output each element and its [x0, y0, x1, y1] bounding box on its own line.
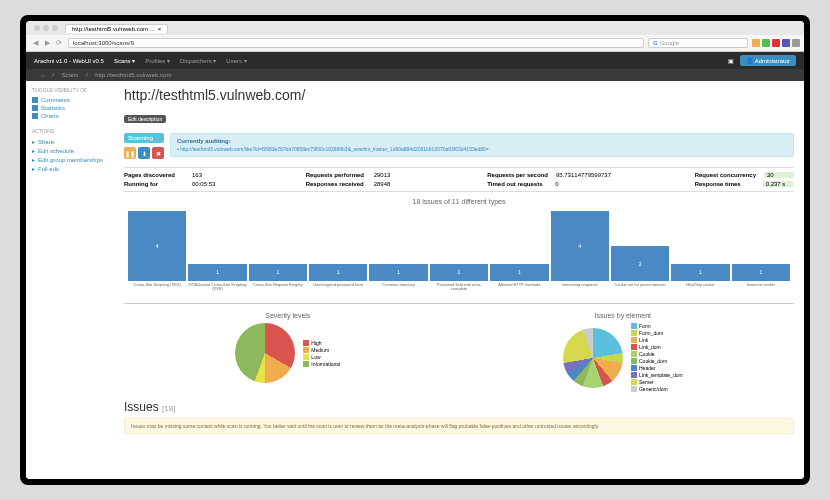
menu-icon[interactable]	[792, 39, 800, 47]
nav-users[interactable]: Users ▾	[226, 57, 246, 64]
bar-label: HttpOnly cookie	[686, 283, 714, 303]
legend-item[interactable]: High	[303, 340, 340, 346]
bar[interactable]: 1	[430, 264, 488, 282]
ext-icon[interactable]	[772, 39, 780, 47]
action-share[interactable]: ▸ Share	[32, 137, 108, 146]
sidebar: TOGGLE VISIBILITY OF Comments Statistics…	[26, 81, 114, 479]
reload-button[interactable]: ⟳	[54, 38, 64, 48]
bar[interactable]: 4	[128, 211, 186, 281]
bar-label: Interesting response	[562, 283, 598, 303]
bar[interactable]: 1	[732, 264, 790, 282]
element-pie	[563, 328, 623, 388]
stats-table: Pages discovered163 Running for00:05:53 …	[124, 167, 794, 192]
bar[interactable]: 1	[249, 264, 307, 282]
toggle-charts[interactable]: Charts	[32, 112, 108, 120]
forward-button[interactable]: ▶	[42, 38, 52, 48]
legend-item[interactable]: Low	[303, 354, 340, 360]
element-legend: FormForm_domLinkLink_domCookieCookie_dom…	[631, 323, 683, 392]
breadcrumb: ⌂ / Scans / http://testhtml5.vulnweb.com	[26, 69, 804, 81]
issues-heading: Issues [18]	[124, 400, 794, 414]
download-button[interactable]: ⬇	[138, 147, 150, 159]
bar-label: Cross-Site Request Forgery	[253, 283, 303, 303]
nav-dispatchers[interactable]: Dispatchers ▾	[180, 57, 216, 64]
bar-label: Unencrypted password form	[313, 283, 363, 303]
window-controls[interactable]	[30, 25, 62, 31]
bar-label: Allowed HTTP methods	[498, 283, 540, 303]
close-icon[interactable]: ×	[158, 26, 162, 32]
legend-item[interactable]: Header	[631, 365, 683, 371]
toggle-title: TOGGLE VISIBILITY OF	[32, 87, 108, 93]
nav-scans[interactable]: Scans ▾	[114, 57, 135, 64]
element-pie-title: Issues by element	[563, 312, 683, 319]
legend-item[interactable]: Link_dom	[631, 344, 683, 350]
issues-warning: Issues may be missing some context while…	[124, 418, 794, 434]
actions-title: ACTIONS	[32, 128, 108, 134]
breadcrumb-scans[interactable]: Scans	[62, 72, 79, 78]
bar[interactable]: 1	[490, 264, 548, 282]
scanning-badge: Scanning	[124, 133, 164, 143]
bar[interactable]: 1	[671, 264, 729, 282]
action-edit-groups[interactable]: ▸ Edit group memberships	[32, 155, 108, 164]
bar-chart-title: 18 issues of 11 different types	[124, 198, 794, 205]
severity-legend: HighMediumLowInformational	[303, 340, 340, 367]
legend-item[interactable]: Cookie_dom	[631, 358, 683, 364]
bar[interactable]: 1	[309, 264, 367, 282]
ext-icon[interactable]	[782, 39, 790, 47]
legend-item[interactable]: Informational	[303, 361, 340, 367]
bar-label: DOM-based Cross-Site Scripting (XSS)	[188, 283, 246, 303]
legend-item[interactable]: Medium	[303, 347, 340, 353]
issues-bar-chart: 4Cross-Site Scripting (XSS)1DOM-based Cr…	[124, 209, 794, 304]
auditing-url[interactable]: • http://testhtml5.vulnweb.com/like?id=8…	[177, 146, 787, 152]
screen: http://testhtml5.vulnweb.com ... × ◀ ▶ ⟳…	[26, 21, 804, 479]
action-edit-schedule[interactable]: ▸ Edit schedule	[32, 146, 108, 155]
user-icon: 👤	[746, 58, 753, 64]
bar[interactable]: 2	[611, 246, 669, 281]
edit-description-button[interactable]: Edit description	[124, 115, 166, 123]
breadcrumb-target: http://testhtml5.vulnweb.com	[95, 72, 171, 78]
app-navbar: Arachni v1.0 - WebUI v0.5 Scans ▾ Profil…	[26, 52, 804, 69]
extension-icons	[752, 39, 800, 47]
stop-button[interactable]: ✖	[152, 147, 164, 159]
breadcrumb-home[interactable]: ⌂	[41, 72, 45, 78]
browser-tab[interactable]: http://testhtml5.vulnweb.com ... ×	[65, 24, 168, 33]
severity-pie-title: Severity levels	[235, 312, 340, 319]
admin-button[interactable]: 👤 Administrator	[740, 55, 796, 66]
tab-title: http://testhtml5.vulnweb.com ...	[72, 26, 155, 32]
bar-label: Insecure cookie	[747, 283, 775, 303]
search-bar[interactable]: G Google	[648, 38, 748, 48]
page-title: http://testhtml5.vulnweb.com/	[124, 87, 794, 103]
severity-pie	[235, 323, 295, 383]
bar-label: Cross-Site Scripting (XSS)	[134, 283, 181, 303]
brand: Arachni v1.0 - WebUI v0.5	[34, 58, 104, 64]
legend-item[interactable]: Form_dom	[631, 330, 683, 336]
legend-item[interactable]: Form	[631, 323, 683, 329]
back-button[interactable]: ◀	[30, 38, 40, 48]
ext-icon[interactable]	[752, 39, 760, 47]
bar-label: Password field with auto-complete	[430, 283, 488, 303]
bar[interactable]: 1	[369, 264, 427, 282]
legend-item[interactable]: Generic/dom	[631, 386, 683, 392]
main-content: http://testhtml5.vulnweb.com/ Edit descr…	[114, 81, 804, 479]
ext-icon[interactable]	[762, 39, 770, 47]
bar-label: Cookie set for parent domain	[614, 283, 665, 303]
toggle-comments[interactable]: Comments	[32, 96, 108, 104]
legend-item[interactable]: Link	[631, 337, 683, 343]
bar-label: Common directory	[382, 283, 415, 303]
nav-profiles[interactable]: Profiles ▾	[145, 57, 170, 64]
url-text: localhost:3000/scans/9	[73, 40, 134, 46]
notification-icon[interactable]: ▣	[728, 57, 734, 64]
bar[interactable]: 4	[551, 211, 609, 281]
legend-item[interactable]: Server	[631, 379, 683, 385]
action-full-edit[interactable]: ▸ Full edit	[32, 164, 108, 173]
pause-button[interactable]: ❚❚	[124, 147, 136, 159]
browser-chrome: http://testhtml5.vulnweb.com ... × ◀ ▶ ⟳…	[26, 21, 804, 52]
bar[interactable]: 1	[188, 264, 246, 282]
legend-item[interactable]: Cookie	[631, 351, 683, 357]
toggle-statistics[interactable]: Statistics	[32, 104, 108, 112]
monitor-frame: http://testhtml5.vulnweb.com ... × ◀ ▶ ⟳…	[20, 15, 810, 485]
currently-auditing-box: Currently auditing: • http://testhtml5.v…	[170, 133, 794, 157]
address-bar[interactable]: localhost:3000/scans/9	[68, 38, 644, 48]
legend-item[interactable]: Link_template_dom	[631, 372, 683, 378]
